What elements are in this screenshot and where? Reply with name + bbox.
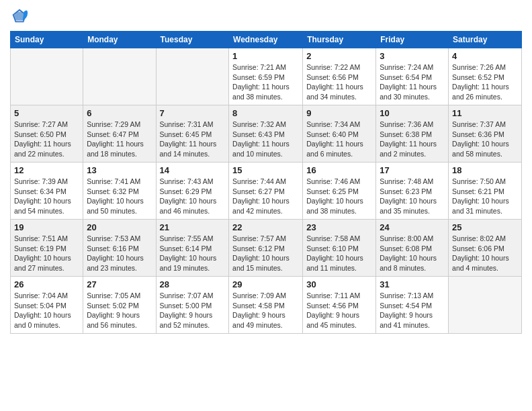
day-info: Sunrise: 7:53 AM Sunset: 6:16 PM Dayligh…	[87, 234, 152, 273]
calendar-header-row: SundayMondayTuesdayWednesdayThursdayFrid…	[11, 32, 522, 48]
logo	[10, 7, 30, 26]
week-row-2: 5Sunrise: 7:27 AM Sunset: 6:50 PM Daylig…	[11, 105, 522, 163]
day-info: Sunrise: 7:11 AM Sunset: 4:56 PM Dayligh…	[306, 291, 372, 330]
day-number: 6	[87, 108, 152, 118]
calendar-cell: 17Sunrise: 7:48 AM Sunset: 6:23 PM Dayli…	[376, 163, 449, 220]
day-info: Sunrise: 7:09 AM Sunset: 4:58 PM Dayligh…	[232, 291, 299, 330]
day-header-thursday: Thursday	[303, 32, 376, 48]
day-info: Sunrise: 7:05 AM Sunset: 5:02 PM Dayligh…	[87, 291, 152, 330]
calendar-cell: 20Sunrise: 7:53 AM Sunset: 6:16 PM Dayli…	[83, 220, 156, 277]
day-header-saturday: Saturday	[449, 32, 522, 48]
day-number: 9	[306, 108, 372, 118]
day-number: 2	[306, 51, 372, 61]
day-info: Sunrise: 7:22 AM Sunset: 6:56 PM Dayligh…	[306, 62, 372, 102]
day-info: Sunrise: 7:57 AM Sunset: 6:12 PM Dayligh…	[232, 234, 299, 273]
day-number: 5	[14, 108, 79, 118]
day-info: Sunrise: 7:34 AM Sunset: 6:40 PM Dayligh…	[306, 120, 372, 159]
logo-icon	[10, 7, 29, 26]
calendar-cell: 31Sunrise: 7:13 AM Sunset: 4:54 PM Dayli…	[376, 277, 449, 334]
day-number: 10	[380, 108, 445, 118]
day-info: Sunrise: 7:07 AM Sunset: 5:00 PM Dayligh…	[160, 291, 226, 330]
calendar-cell: 11Sunrise: 7:37 AM Sunset: 6:36 PM Dayli…	[449, 105, 522, 163]
calendar-cell	[156, 48, 229, 105]
day-info: Sunrise: 7:44 AM Sunset: 6:27 PM Dayligh…	[232, 177, 299, 216]
calendar-cell	[11, 48, 83, 105]
day-info: Sunrise: 7:36 AM Sunset: 6:38 PM Dayligh…	[380, 120, 445, 159]
day-info: Sunrise: 8:00 AM Sunset: 6:08 PM Dayligh…	[380, 234, 445, 273]
day-info: Sunrise: 7:32 AM Sunset: 6:43 PM Dayligh…	[232, 120, 299, 159]
day-number: 19	[14, 222, 79, 232]
calendar-cell: 5Sunrise: 7:27 AM Sunset: 6:50 PM Daylig…	[11, 105, 83, 163]
calendar-cell: 4Sunrise: 7:26 AM Sunset: 6:52 PM Daylig…	[449, 48, 522, 105]
page-container: SundayMondayTuesdayWednesdayThursdayFrid…	[0, 0, 532, 340]
calendar-cell: 13Sunrise: 7:41 AM Sunset: 6:32 PM Dayli…	[83, 163, 156, 220]
day-info: Sunrise: 7:21 AM Sunset: 6:59 PM Dayligh…	[232, 62, 299, 102]
calendar-cell: 8Sunrise: 7:32 AM Sunset: 6:43 PM Daylig…	[229, 105, 303, 163]
day-info: Sunrise: 7:58 AM Sunset: 6:10 PM Dayligh…	[306, 234, 372, 273]
calendar-cell: 19Sunrise: 7:51 AM Sunset: 6:19 PM Dayli…	[11, 220, 83, 277]
day-header-wednesday: Wednesday	[229, 32, 303, 48]
calendar-cell: 30Sunrise: 7:11 AM Sunset: 4:56 PM Dayli…	[303, 277, 376, 334]
day-header-sunday: Sunday	[11, 32, 83, 48]
day-info: Sunrise: 7:04 AM Sunset: 5:04 PM Dayligh…	[14, 291, 79, 330]
calendar-cell: 28Sunrise: 7:07 AM Sunset: 5:00 PM Dayli…	[156, 277, 229, 334]
calendar-cell: 24Sunrise: 8:00 AM Sunset: 6:08 PM Dayli…	[376, 220, 449, 277]
calendar-cell: 12Sunrise: 7:39 AM Sunset: 6:34 PM Dayli…	[11, 163, 83, 220]
day-number: 16	[306, 165, 372, 175]
calendar-cell: 1Sunrise: 7:21 AM Sunset: 6:59 PM Daylig…	[229, 48, 303, 105]
calendar-cell: 16Sunrise: 7:46 AM Sunset: 6:25 PM Dayli…	[303, 163, 376, 220]
day-info: Sunrise: 7:29 AM Sunset: 6:47 PM Dayligh…	[87, 120, 152, 159]
calendar-cell: 7Sunrise: 7:31 AM Sunset: 6:45 PM Daylig…	[156, 105, 229, 163]
day-number: 14	[160, 165, 226, 175]
day-number: 26	[14, 279, 79, 289]
week-row-1: 1Sunrise: 7:21 AM Sunset: 6:59 PM Daylig…	[11, 48, 522, 105]
calendar-cell: 3Sunrise: 7:24 AM Sunset: 6:54 PM Daylig…	[376, 48, 449, 105]
day-info: Sunrise: 7:26 AM Sunset: 6:52 PM Dayligh…	[452, 62, 518, 102]
day-number: 20	[87, 222, 152, 232]
day-info: Sunrise: 7:27 AM Sunset: 6:50 PM Dayligh…	[14, 120, 79, 159]
calendar-cell: 22Sunrise: 7:57 AM Sunset: 6:12 PM Dayli…	[229, 220, 303, 277]
calendar-cell: 15Sunrise: 7:44 AM Sunset: 6:27 PM Dayli…	[229, 163, 303, 220]
day-number: 7	[160, 108, 226, 118]
week-row-4: 19Sunrise: 7:51 AM Sunset: 6:19 PM Dayli…	[11, 220, 522, 277]
day-number: 27	[87, 279, 152, 289]
day-info: Sunrise: 7:50 AM Sunset: 6:21 PM Dayligh…	[452, 177, 518, 216]
day-number: 1	[232, 51, 299, 61]
day-info: Sunrise: 7:13 AM Sunset: 4:54 PM Dayligh…	[380, 291, 445, 330]
week-row-3: 12Sunrise: 7:39 AM Sunset: 6:34 PM Dayli…	[11, 163, 522, 220]
day-number: 24	[380, 222, 445, 232]
day-info: Sunrise: 7:43 AM Sunset: 6:29 PM Dayligh…	[160, 177, 226, 216]
calendar-cell: 18Sunrise: 7:50 AM Sunset: 6:21 PM Dayli…	[449, 163, 522, 220]
calendar-cell: 21Sunrise: 7:55 AM Sunset: 6:14 PM Dayli…	[156, 220, 229, 277]
calendar-cell: 10Sunrise: 7:36 AM Sunset: 6:38 PM Dayli…	[376, 105, 449, 163]
day-number: 11	[452, 108, 518, 118]
calendar-cell: 6Sunrise: 7:29 AM Sunset: 6:47 PM Daylig…	[83, 105, 156, 163]
calendar-table: SundayMondayTuesdayWednesdayThursdayFrid…	[10, 31, 522, 334]
day-number: 15	[232, 165, 299, 175]
calendar-cell: 2Sunrise: 7:22 AM Sunset: 6:56 PM Daylig…	[303, 48, 376, 105]
calendar-cell: 9Sunrise: 7:34 AM Sunset: 6:40 PM Daylig…	[303, 105, 376, 163]
header	[10, 7, 522, 26]
day-info: Sunrise: 7:41 AM Sunset: 6:32 PM Dayligh…	[87, 177, 152, 216]
day-number: 17	[380, 165, 445, 175]
day-info: Sunrise: 7:39 AM Sunset: 6:34 PM Dayligh…	[14, 177, 79, 216]
day-number: 31	[380, 279, 445, 289]
day-info: Sunrise: 7:51 AM Sunset: 6:19 PM Dayligh…	[14, 234, 79, 273]
calendar-cell: 26Sunrise: 7:04 AM Sunset: 5:04 PM Dayli…	[11, 277, 83, 334]
day-info: Sunrise: 8:02 AM Sunset: 6:06 PM Dayligh…	[452, 234, 518, 273]
day-info: Sunrise: 7:31 AM Sunset: 6:45 PM Dayligh…	[160, 120, 226, 159]
day-number: 28	[160, 279, 226, 289]
day-number: 23	[306, 222, 372, 232]
day-number: 21	[160, 222, 226, 232]
calendar-cell	[83, 48, 156, 105]
day-info: Sunrise: 7:37 AM Sunset: 6:36 PM Dayligh…	[452, 120, 518, 159]
day-number: 22	[232, 222, 299, 232]
calendar-cell: 25Sunrise: 8:02 AM Sunset: 6:06 PM Dayli…	[449, 220, 522, 277]
day-number: 25	[452, 222, 518, 232]
calendar-cell: 23Sunrise: 7:58 AM Sunset: 6:10 PM Dayli…	[303, 220, 376, 277]
calendar-cell: 27Sunrise: 7:05 AM Sunset: 5:02 PM Dayli…	[83, 277, 156, 334]
day-number: 13	[87, 165, 152, 175]
week-row-5: 26Sunrise: 7:04 AM Sunset: 5:04 PM Dayli…	[11, 277, 522, 334]
calendar-cell: 29Sunrise: 7:09 AM Sunset: 4:58 PM Dayli…	[229, 277, 303, 334]
day-header-friday: Friday	[376, 32, 449, 48]
